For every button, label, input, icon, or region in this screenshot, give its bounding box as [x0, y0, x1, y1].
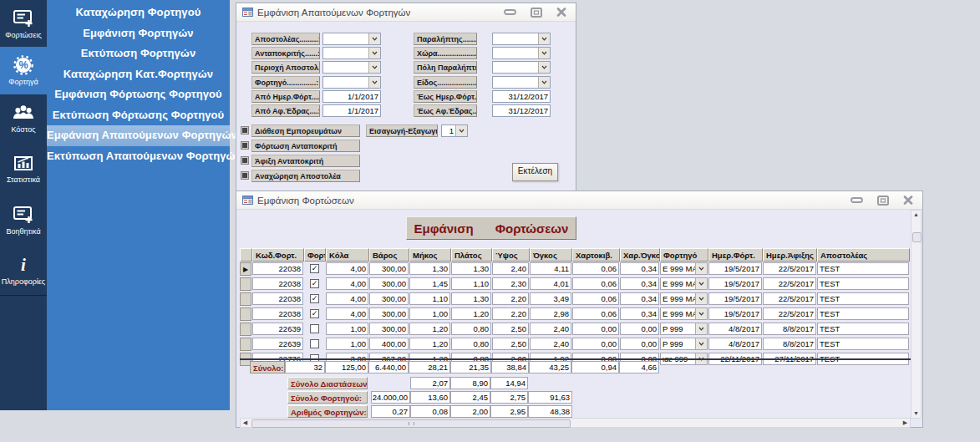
loaded-checkbox[interactable]: ✓ [310, 264, 319, 273]
scroll-right-icon[interactable]: ▶ [901, 419, 910, 427]
column-header[interactable]: Ύψος [492, 248, 530, 262]
chevron-down-icon[interactable] [538, 48, 550, 58]
sidebar-item-label: Φορτηγά [8, 78, 38, 86]
column-header[interactable]: Όγκος [530, 248, 572, 262]
checkbox-icon[interactable] [241, 126, 249, 135]
field-input[interactable]: 1/1/2017 [322, 104, 381, 117]
sidebar-item-2[interactable]: %Φορτηγά [0, 47, 47, 94]
loaded-checkbox[interactable] [310, 324, 319, 333]
dialog2-titlebar[interactable]: Εμφάνιση Φορτώσεων [236, 191, 922, 210]
chevron-down-icon[interactable] [695, 338, 707, 349]
dialog1-titlebar[interactable]: Εμφάνιση Απαιτούμενων Φορτηγών [236, 3, 576, 22]
chevron-down-icon[interactable] [695, 323, 707, 334]
record-selector[interactable] [240, 338, 251, 351]
field-combobox[interactable] [492, 76, 551, 89]
record-selector[interactable] [240, 323, 251, 336]
truck-combobox[interactable]: E 999 MA [660, 292, 708, 305]
field-input[interactable]: 1/1/2017 [322, 90, 381, 103]
cell-value: P 999 [661, 323, 695, 334]
sidebar-item-1[interactable]: Φορτώσεις [0, 0, 47, 47]
menu-item-4[interactable]: Καταχώρηση Κατ.Φορτηγών [47, 64, 230, 85]
truck-combobox[interactable]: P 999 [660, 338, 708, 350]
menu-item-5[interactable]: Εμφάνιση Φόρτωσης Φορτηγού [47, 84, 230, 105]
column-header[interactable]: Αποστολέας [817, 248, 910, 262]
minimize-icon[interactable] [851, 196, 863, 204]
current-record-icon[interactable]: ▶ [240, 262, 251, 276]
loaded-checkbox[interactable]: ✓ [310, 279, 319, 288]
chevron-down-icon[interactable] [538, 77, 550, 88]
column-header[interactable]: Κόλα [326, 248, 369, 262]
execute-button[interactable]: Εκτέλεση [512, 163, 558, 181]
field-combobox[interactable] [492, 47, 551, 59]
field-combobox[interactable] [322, 33, 381, 45]
column-header[interactable]: Φορτηγό [660, 248, 708, 262]
close-icon[interactable] [556, 8, 566, 17]
truck-combobox[interactable]: E 999 MA [660, 307, 708, 320]
chevron-down-icon[interactable] [368, 62, 380, 73]
chevron-down-icon[interactable] [695, 293, 707, 304]
sidebar-item-3[interactable]: Κόστος [0, 94, 47, 142]
chevron-down-icon[interactable] [538, 33, 550, 44]
menu-item-7[interactable]: Εμφάνιση Απαιτούμενων Φορτηγών [47, 125, 230, 146]
sidebar-item-5[interactable]: Βοηθητικά [0, 195, 47, 245]
maximize-icon[interactable] [877, 196, 889, 206]
table-cell: TEST [817, 323, 909, 335]
record-selector[interactable] [240, 292, 251, 306]
maximize-icon[interactable] [531, 8, 542, 18]
truck-combobox[interactable]: E 999 MA [660, 277, 708, 290]
scroll-left-icon[interactable]: ◀ [241, 419, 250, 427]
menu-item-1[interactable]: Καταχώρηση Φορτηγού [47, 3, 230, 23]
field-combobox[interactable] [492, 61, 551, 74]
vertical-scrollbar[interactable]: ▲ ▼ [911, 210, 922, 419]
horizontal-scrollbar[interactable]: ◀ ▶ [240, 418, 911, 428]
sidebar-item-label: Βοηθητικά [6, 227, 40, 236]
menu-item-3[interactable]: Εκτύπωση Φορτηγών [47, 43, 230, 64]
chevron-down-icon[interactable] [695, 263, 707, 274]
chevron-down-icon[interactable] [695, 308, 707, 319]
close-icon[interactable] [903, 196, 913, 205]
column-header[interactable]: Μήκος [409, 248, 451, 262]
menu-item-6[interactable]: Εκτύπωση Φόρτωσης Φορτηγού [47, 105, 230, 126]
menu-item-8[interactable]: Εκτύπωση Απαιτούμενων Φορτηγών [47, 146, 230, 167]
vertical-scroll-thumb[interactable] [912, 232, 922, 242]
truck-combobox[interactable]: P 999 [660, 323, 708, 335]
field-combobox[interactable] [492, 33, 551, 45]
column-header[interactable]: Χαρ.Όγκος [620, 248, 660, 262]
chevron-down-icon[interactable] [538, 62, 550, 73]
field-combobox[interactable] [322, 76, 381, 89]
field-combobox[interactable] [322, 47, 381, 59]
sidebar-item-4[interactable]: Στατιστικά [0, 142, 47, 195]
minimize-icon[interactable] [504, 8, 516, 16]
record-selector[interactable] [240, 277, 251, 291]
chevron-down-icon[interactable] [368, 33, 380, 44]
checkbox-icon[interactable] [241, 156, 249, 165]
sidebar-item-6[interactable]: iΠληροφορίες [0, 245, 47, 295]
chevron-down-icon[interactable] [455, 125, 467, 136]
column-header[interactable]: Κωδ.Φορτ. [252, 248, 304, 262]
column-header[interactable]: Βάρος [369, 248, 409, 262]
chevron-down-icon[interactable] [695, 278, 707, 289]
checkbox-label: Αναχώρηση Αποστολέα [251, 170, 360, 182]
field-input[interactable]: 31/12/2017 [492, 104, 551, 117]
loaded-checkbox[interactable]: ✓ [310, 294, 319, 303]
record-selector[interactable] [240, 307, 251, 321]
loaded-checkbox[interactable] [310, 339, 319, 348]
import-export-combobox[interactable]: 1 [441, 124, 468, 137]
column-header[interactable]: Ημερ.Άφιξης [763, 248, 817, 262]
field-input[interactable]: 31/12/2017 [492, 90, 551, 103]
chevron-down-icon[interactable] [368, 77, 380, 88]
checkbox-icon[interactable] [241, 171, 249, 180]
column-header[interactable]: Πλάτος [451, 248, 492, 262]
column-header[interactable]: Φορτ. [304, 248, 326, 262]
scroll-up-icon[interactable]: ▲ [911, 211, 921, 219]
checkbox-icon[interactable] [241, 141, 249, 150]
chevron-down-icon[interactable] [368, 48, 380, 58]
field-combobox[interactable] [322, 61, 381, 74]
truck-combobox[interactable]: E 999 MA [660, 262, 708, 275]
column-header[interactable]: Ημερ.Φόρτ. [708, 248, 763, 262]
loaded-checkbox[interactable]: ✓ [310, 309, 319, 318]
menu-item-2[interactable]: Εμφάνιση Φορτηγών [47, 23, 230, 44]
scroll-down-icon[interactable]: ▼ [911, 409, 921, 418]
column-header[interactable]: Χαρτοκιβ. [572, 248, 620, 262]
horizontal-scroll-thumb[interactable] [251, 419, 571, 428]
